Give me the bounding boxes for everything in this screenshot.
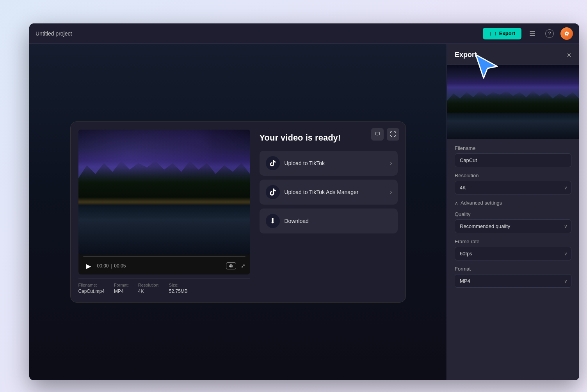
comment-button[interactable]: 🗨 bbox=[371, 128, 384, 141]
resolution-field-label: Resolution bbox=[455, 173, 571, 178]
export-button[interactable]: ↑ Export bbox=[483, 28, 521, 39]
format-label: Format: bbox=[114, 283, 129, 287]
current-time: 00:00 bbox=[97, 263, 109, 269]
export-icon: ↑ bbox=[494, 30, 497, 36]
help-icon: ? bbox=[545, 29, 554, 38]
video-preview bbox=[78, 130, 250, 255]
filename-field-label: Filename bbox=[455, 145, 571, 151]
editor-area: 🗨 ⛶ bbox=[29, 44, 446, 380]
play-icon: ▶ bbox=[86, 262, 91, 270]
modal-overlay: 🗨 ⛶ bbox=[29, 44, 446, 380]
time-separator: | bbox=[111, 263, 113, 269]
chevron-right-icon: › bbox=[390, 160, 392, 167]
chevron-right-icon-2: › bbox=[390, 189, 392, 196]
modal-right: Your video is ready! Upload to TikTok › bbox=[260, 130, 398, 237]
export-panel-header: Export × bbox=[447, 44, 579, 65]
modal-body: ▶ 00:00 | 00:05 4k ⤢ bbox=[78, 130, 398, 294]
quality-select-wrapper: Recommended quality ∨ bbox=[455, 219, 571, 233]
resolution-info: Resolution: 4K bbox=[138, 283, 160, 294]
framerate-field-label: Frame rate bbox=[455, 239, 571, 244]
size-value: 52.75MB bbox=[169, 289, 188, 294]
export-panel: Export × Filename Resolution 4K bbox=[446, 44, 579, 380]
upload-tiktok-ads-button[interactable]: Upload to TikTok Ads Manager › bbox=[260, 180, 398, 205]
upload-tiktok-label: Upload to TikTok bbox=[285, 160, 325, 166]
progress-bar[interactable] bbox=[83, 256, 245, 257]
fullscreen-button[interactable]: ⤢ bbox=[241, 263, 245, 269]
export-panel-title: Export bbox=[455, 51, 477, 59]
upload-tiktok-button[interactable]: Upload to TikTok › bbox=[260, 151, 398, 176]
video-player: ▶ 00:00 | 00:05 4k ⤢ bbox=[78, 130, 250, 294]
controls-row: ▶ 00:00 | 00:05 4k ⤢ bbox=[83, 260, 245, 271]
filename-input[interactable] bbox=[455, 153, 571, 167]
quality-select[interactable]: Recommended quality bbox=[455, 219, 571, 233]
upload-tiktok-ads-label: Upload to TikTok Ads Manager bbox=[285, 189, 359, 195]
file-info: Filename: CapCut.mp4 Format: MP4 Resolut… bbox=[78, 278, 250, 294]
download-label: Download bbox=[285, 218, 309, 224]
quality-badge: 4k bbox=[226, 262, 236, 269]
fullscreen-icon: ⤢ bbox=[241, 263, 245, 269]
format-info: Format: MP4 bbox=[114, 283, 129, 294]
fullscreen-expand-button[interactable]: ⛶ bbox=[387, 128, 399, 141]
format-select-wrapper: MP4 ∨ bbox=[455, 274, 571, 288]
export-close-button[interactable]: × bbox=[567, 51, 571, 59]
filename-value: CapCut.mp4 bbox=[78, 289, 105, 294]
main-content: 🗨 ⛶ bbox=[29, 44, 579, 380]
export-label: Export bbox=[499, 30, 515, 36]
download-icon-wrapper: ⬇ bbox=[266, 214, 280, 228]
size-info: Size: 52.75MB bbox=[169, 283, 188, 294]
project-title: Untitled project bbox=[36, 30, 72, 37]
tiktok-icon bbox=[269, 159, 277, 167]
duration: 00:05 bbox=[114, 263, 126, 269]
top-bar: Untitled project ↑ Export ☰ ? ✿ bbox=[29, 23, 579, 44]
resolution-select-wrapper: 4K ∨ bbox=[455, 181, 571, 194]
resolution-value: 4K bbox=[138, 289, 144, 294]
advanced-settings-toggle[interactable]: ∧ Advanced settings bbox=[455, 200, 502, 206]
menu-button[interactable]: ☰ bbox=[526, 27, 539, 40]
menu-icon: ☰ bbox=[529, 29, 535, 38]
video-image bbox=[78, 130, 250, 255]
export-thumb-lake bbox=[447, 113, 579, 139]
avatar-icon: ✿ bbox=[564, 30, 569, 37]
filename-label: Filename: bbox=[78, 283, 105, 287]
resolution-select[interactable]: 4K bbox=[455, 181, 571, 194]
quality-field-label: Quality bbox=[455, 211, 571, 217]
filename-info: Filename: CapCut.mp4 bbox=[78, 283, 105, 294]
format-select[interactable]: MP4 bbox=[455, 274, 571, 288]
top-bar-actions: ↑ Export ☰ ? ✿ bbox=[483, 27, 573, 40]
tiktok-ads-icon-wrapper bbox=[266, 185, 280, 199]
download-icon: ⬇ bbox=[270, 217, 276, 225]
tiktok-icon-wrapper bbox=[266, 156, 280, 170]
format-value: MP4 bbox=[114, 289, 124, 294]
tiktok-ads-icon bbox=[269, 188, 277, 196]
advanced-settings-label: Advanced settings bbox=[461, 200, 502, 206]
video-lake bbox=[78, 205, 250, 255]
avatar-button[interactable]: ✿ bbox=[560, 27, 573, 40]
chevron-up-icon: ∧ bbox=[455, 200, 458, 206]
time-display: 00:00 | 00:05 bbox=[97, 263, 126, 269]
framerate-select-wrapper: 60fps ∨ bbox=[455, 247, 571, 260]
export-panel-body: Filename Resolution 4K ∨ ∧ Advanced sett… bbox=[447, 139, 579, 299]
comment-icon: 🗨 bbox=[375, 131, 380, 137]
app-window: Untitled project ↑ Export ☰ ? ✿ bbox=[29, 23, 579, 380]
video-modal: 🗨 ⛶ bbox=[70, 121, 406, 303]
modal-top-icons: 🗨 ⛶ bbox=[371, 128, 399, 141]
format-field-label: Format bbox=[455, 266, 571, 272]
resolution-label: Resolution: bbox=[138, 283, 160, 287]
close-icon: × bbox=[567, 51, 571, 59]
fullscreen-expand-icon: ⛶ bbox=[390, 131, 396, 138]
play-button[interactable]: ▶ bbox=[83, 260, 94, 271]
video-controls: ▶ 00:00 | 00:05 4k ⤢ bbox=[78, 253, 250, 274]
help-button[interactable]: ? bbox=[543, 27, 556, 40]
download-button[interactable]: ⬇ Download bbox=[260, 208, 398, 233]
framerate-select[interactable]: 60fps bbox=[455, 247, 571, 260]
size-label: Size: bbox=[169, 283, 188, 287]
export-thumbnail bbox=[447, 65, 579, 139]
